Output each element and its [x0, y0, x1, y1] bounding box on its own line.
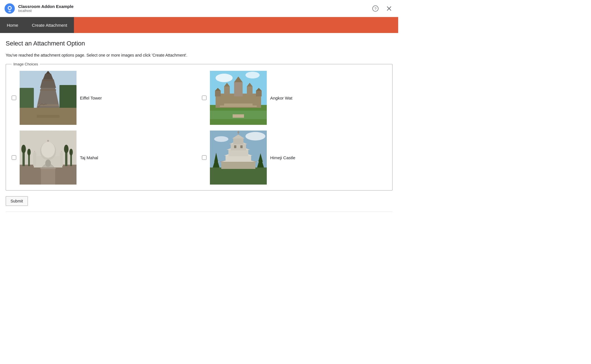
- checkbox-angkor[interactable]: [202, 96, 206, 100]
- svg-point-22: [245, 72, 260, 78]
- image-item-himeji: Himeji Castle: [202, 131, 387, 185]
- svg-point-54: [47, 140, 49, 142]
- image-choices-legend: Image Choices: [12, 62, 40, 66]
- title-bar-right: ?: [371, 4, 394, 13]
- nav-item-create-attachment[interactable]: Create Attachment: [25, 17, 74, 33]
- svg-rect-84: [234, 145, 236, 148]
- svg-point-3: [9, 7, 11, 9]
- svg-rect-76: [228, 150, 248, 156]
- svg-point-56: [33, 152, 36, 156]
- svg-rect-37: [224, 104, 253, 106]
- svg-point-59: [60, 152, 63, 156]
- main-content: Select an Attachment Option You've reach…: [0, 33, 398, 219]
- bottom-divider: [6, 212, 392, 212]
- svg-rect-9: [20, 88, 34, 111]
- help-button[interactable]: ?: [371, 4, 380, 13]
- svg-rect-38: [233, 114, 244, 118]
- title-info: Classroom Addon Example localhost: [18, 4, 74, 13]
- checkbox-taj[interactable]: [12, 155, 16, 160]
- label-himeji[interactable]: Himeji Castle: [270, 155, 295, 160]
- image-grid: Eiffel Tower: [12, 71, 387, 185]
- svg-rect-17: [40, 89, 56, 91]
- svg-point-43: [21, 145, 26, 153]
- submit-button[interactable]: Submit: [6, 196, 28, 206]
- svg-rect-85: [240, 145, 243, 148]
- image-item-angkor: Angkor Wat: [202, 71, 387, 125]
- svg-rect-36: [220, 106, 257, 107]
- svg-rect-74: [226, 156, 251, 162]
- image-item-taj: Taj Mahal: [12, 131, 196, 185]
- label-eiffel[interactable]: Eiffel Tower: [80, 96, 102, 100]
- svg-point-52: [41, 142, 55, 158]
- svg-rect-71: [221, 162, 255, 169]
- svg-rect-62: [40, 168, 56, 169]
- app-subtitle: localhost: [18, 9, 74, 13]
- app-title: Classroom Addon Example: [18, 4, 74, 9]
- svg-point-49: [69, 149, 73, 156]
- title-bar-left: Classroom Addon Example localhost: [5, 3, 74, 14]
- svg-rect-78: [231, 144, 246, 150]
- svg-rect-29: [224, 86, 230, 95]
- description-text: You've reached the attachment options pa…: [6, 53, 392, 57]
- label-taj[interactable]: Taj Mahal: [80, 155, 98, 160]
- checkbox-eiffel[interactable]: [12, 96, 16, 100]
- svg-rect-80: [233, 138, 243, 144]
- svg-point-2: [8, 11, 11, 12]
- svg-rect-19: [37, 115, 59, 118]
- page-heading: Select an Attachment Option: [6, 40, 392, 47]
- app-icon: [5, 3, 15, 14]
- svg-point-21: [216, 74, 233, 82]
- svg-point-61: [45, 160, 51, 167]
- title-bar: Classroom Addon Example localhost ?: [0, 0, 398, 17]
- svg-rect-35: [256, 91, 262, 96]
- svg-text:?: ?: [374, 7, 376, 11]
- svg-point-47: [64, 145, 69, 153]
- checkbox-himeji[interactable]: [202, 155, 206, 160]
- label-angkor[interactable]: Angkor Wat: [270, 96, 292, 100]
- angkor-image: [210, 71, 267, 125]
- taj-image: [20, 131, 77, 185]
- svg-point-64: [245, 132, 265, 140]
- image-item-eiffel: Eiffel Tower: [12, 71, 196, 125]
- eiffel-image: [20, 71, 77, 125]
- nav-item-home[interactable]: Home: [0, 17, 25, 33]
- image-choices-fieldset: Image Choices: [6, 62, 392, 191]
- nav-bar: Home Create Attachment: [0, 17, 398, 33]
- svg-rect-18: [43, 80, 53, 81]
- help-icon: ?: [372, 5, 379, 12]
- himeji-image: [210, 131, 267, 185]
- svg-rect-10: [59, 85, 77, 111]
- nav-accent: [74, 17, 398, 33]
- svg-rect-31: [247, 86, 253, 95]
- svg-point-65: [214, 136, 228, 142]
- svg-rect-66: [210, 167, 267, 185]
- close-icon: [387, 6, 392, 11]
- svg-rect-27: [234, 82, 243, 96]
- svg-point-45: [27, 149, 31, 156]
- close-button[interactable]: [385, 4, 394, 13]
- svg-rect-33: [215, 91, 221, 96]
